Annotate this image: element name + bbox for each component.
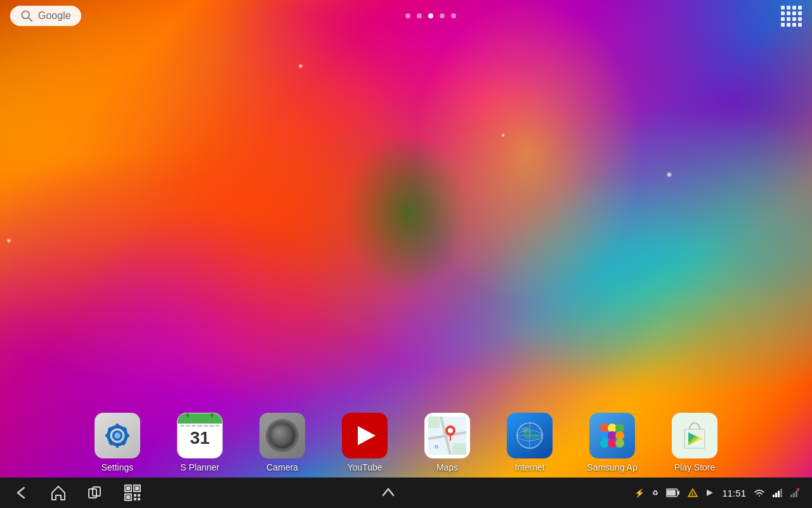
signal-icon <box>773 488 783 497</box>
calendar-day: 31 <box>180 428 219 448</box>
usb-icon: ⚡ <box>634 488 645 498</box>
recent-apps-button[interactable] <box>86 484 104 502</box>
camera-icon <box>259 413 305 458</box>
svg-rect-56 <box>780 489 782 497</box>
svg-rect-45 <box>138 494 140 497</box>
svg-point-17 <box>448 428 453 433</box>
svg-point-34 <box>608 439 617 448</box>
svg-rect-7 <box>105 434 110 438</box>
svg-rect-54 <box>775 493 777 497</box>
play-store-label: Play Store <box>674 462 716 472</box>
s-planner-label: S Planner <box>180 462 219 472</box>
svg-text:!: ! <box>692 492 693 497</box>
up-button[interactable] <box>379 484 397 502</box>
app-play-store[interactable]: Play Store <box>653 413 736 472</box>
play-store-icon <box>672 413 717 458</box>
page-dot-3[interactable] <box>428 13 433 18</box>
svg-point-26 <box>521 427 528 432</box>
status-bar: ⚡ ♻ ! 11:51 <box>634 488 799 498</box>
page-dot-2[interactable] <box>417 13 422 18</box>
app-internet[interactable]: Internet <box>488 413 571 472</box>
sparkle <box>298 64 303 69</box>
svg-text:G: G <box>435 444 438 450</box>
svg-rect-43 <box>126 495 130 499</box>
navigation-bar: ⚡ ♻ ! 11:51 <box>0 478 812 508</box>
calendar-icon: 31 <box>177 413 223 458</box>
svg-point-4 <box>114 432 121 439</box>
maps-label: Maps <box>436 462 458 472</box>
home-button[interactable] <box>49 484 67 502</box>
internet-label: Internet <box>514 462 544 472</box>
svg-rect-53 <box>773 495 775 497</box>
maps-icon: G <box>424 413 470 458</box>
svg-rect-15 <box>452 443 466 455</box>
app-samsung[interactable]: Samsung Ap <box>571 413 653 472</box>
page-dot-1[interactable] <box>405 13 410 18</box>
svg-point-32 <box>615 431 624 440</box>
svg-point-30 <box>600 431 609 440</box>
signal-x-icon <box>790 488 799 497</box>
app-camera[interactable]: Camera <box>241 413 324 472</box>
svg-point-31 <box>608 431 617 440</box>
svg-rect-8 <box>125 434 129 438</box>
samsung-icon <box>589 413 635 458</box>
wifi-icon <box>754 488 765 497</box>
svg-rect-6 <box>116 443 119 448</box>
battery-icon <box>666 488 680 497</box>
svg-rect-49 <box>667 490 676 496</box>
media-icon <box>705 488 714 497</box>
screenshot-button[interactable] <box>123 483 142 502</box>
page-dot-5[interactable] <box>451 13 456 18</box>
samsung-label: Samsung Ap <box>587 462 637 472</box>
app-s-planner[interactable]: 31 S Planner <box>159 413 241 472</box>
top-bar: Google <box>0 0 812 32</box>
google-search-bar[interactable]: Google <box>10 6 81 26</box>
svg-rect-57 <box>790 495 792 497</box>
svg-rect-44 <box>134 494 136 497</box>
page-indicators <box>405 13 456 18</box>
svg-rect-50 <box>678 491 679 495</box>
svg-rect-39 <box>126 486 130 490</box>
sparkle <box>501 133 505 137</box>
svg-rect-47 <box>138 498 140 500</box>
sparkle <box>6 238 11 243</box>
svg-rect-5 <box>116 424 119 428</box>
svg-point-33 <box>600 439 609 448</box>
google-label: Google <box>38 10 71 22</box>
recycle-icon: ♻ <box>652 489 658 497</box>
svg-line-1 <box>29 18 32 22</box>
svg-point-28 <box>608 424 617 432</box>
youtube-icon <box>342 413 388 458</box>
nav-center <box>379 484 397 502</box>
back-button[interactable] <box>13 484 30 502</box>
settings-label: Settings <box>102 462 134 472</box>
svg-point-27 <box>600 424 609 432</box>
app-settings[interactable]: Settings <box>76 413 159 472</box>
app-youtube[interactable]: YouTube <box>324 413 406 472</box>
apps-grid-button[interactable] <box>781 6 802 27</box>
internet-icon <box>507 413 553 458</box>
camera-label: Camera <box>266 462 298 472</box>
svg-rect-46 <box>134 498 136 500</box>
page-dot-4[interactable] <box>440 13 445 18</box>
svg-rect-55 <box>778 491 780 497</box>
alert-icon: ! <box>688 488 698 498</box>
svg-point-29 <box>615 424 624 432</box>
sparkle <box>666 171 672 178</box>
svg-rect-14 <box>428 417 440 428</box>
dock: Settings 31 S Planner Camera <box>0 408 812 478</box>
svg-rect-58 <box>793 493 795 497</box>
settings-icon <box>95 413 140 458</box>
app-maps[interactable]: G Maps <box>406 413 488 472</box>
youtube-label: YouTube <box>347 462 382 472</box>
svg-point-25 <box>532 433 538 441</box>
svg-rect-59 <box>796 491 797 497</box>
svg-marker-52 <box>707 490 713 496</box>
svg-point-35 <box>615 439 624 448</box>
clock: 11:51 <box>722 488 746 498</box>
search-icon <box>20 10 33 22</box>
svg-rect-41 <box>135 486 139 490</box>
nav-left <box>13 483 142 502</box>
